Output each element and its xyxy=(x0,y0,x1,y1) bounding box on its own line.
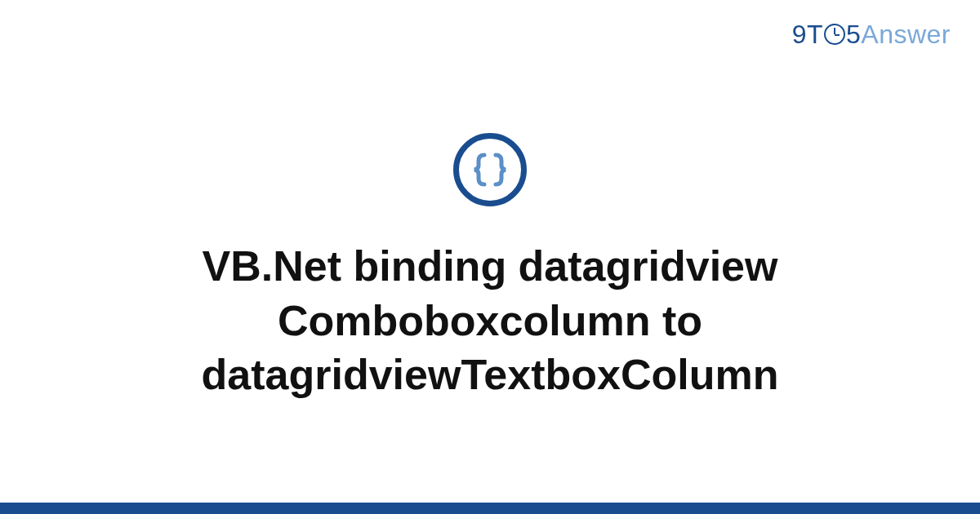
curly-braces-icon xyxy=(470,150,510,189)
page-title: VB.Net binding datagridview Comboboxcolu… xyxy=(98,239,882,402)
bottom-accent-bar xyxy=(0,503,980,514)
category-badge xyxy=(453,133,527,206)
main-content: VB.Net binding datagridview Comboboxcolu… xyxy=(0,0,980,503)
